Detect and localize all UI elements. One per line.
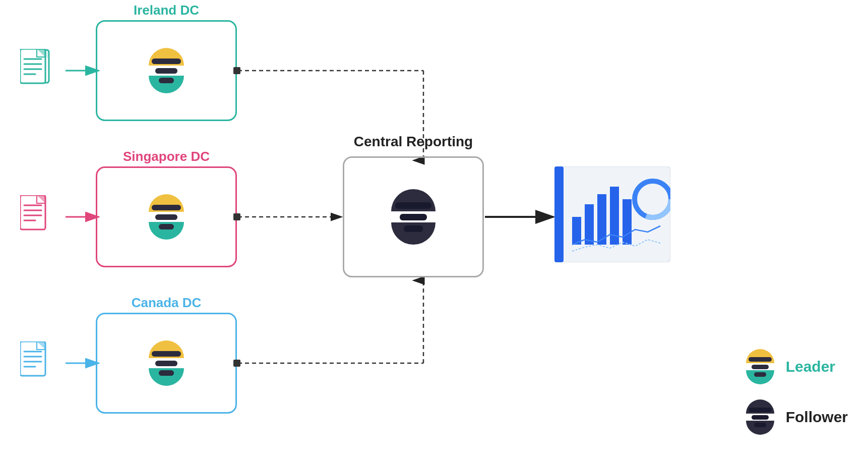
svg-rect-38 (585, 204, 594, 245)
canada-connector (233, 360, 240, 367)
ireland-document-icon (20, 49, 55, 92)
central-es-icon (386, 189, 441, 245)
singapore-dc-box: Singapore DC (96, 166, 237, 267)
ireland-es-icon (144, 48, 189, 93)
legend-leader-icon (742, 349, 778, 384)
canada-dc-box: Canada DC (96, 313, 237, 414)
singapore-es-icon (144, 194, 189, 240)
central-reporting-label: Central Reporting (344, 134, 482, 150)
svg-rect-23 (20, 195, 45, 229)
ireland-dc-box: Ireland DC (96, 20, 237, 121)
legend: Leader Follower (742, 349, 848, 435)
legend-follower-item: Follower (742, 399, 848, 435)
legend-leader-label: Leader (786, 358, 835, 375)
ireland-dc-label: Ireland DC (97, 3, 235, 18)
legend-follower-icon (742, 399, 778, 435)
svg-rect-37 (572, 217, 581, 245)
canada-document-icon (20, 341, 55, 384)
legend-follower-label: Follower (786, 409, 848, 426)
ireland-connector (233, 67, 240, 74)
svg-rect-36 (554, 166, 564, 262)
singapore-document-icon (20, 195, 55, 238)
singapore-dc-label: Singapore DC (97, 149, 235, 164)
central-reporting-box: Central Reporting (343, 156, 484, 277)
canada-dc-label: Canada DC (97, 295, 235, 311)
svg-rect-17 (20, 49, 45, 83)
report-icon (554, 166, 670, 262)
legend-leader-item: Leader (742, 349, 848, 384)
canada-es-icon (144, 340, 189, 386)
svg-rect-41 (623, 199, 632, 245)
diagram-container: Ireland DC Singapore DC (0, 0, 868, 460)
singapore-connector (233, 213, 240, 220)
svg-rect-29 (20, 341, 45, 376)
